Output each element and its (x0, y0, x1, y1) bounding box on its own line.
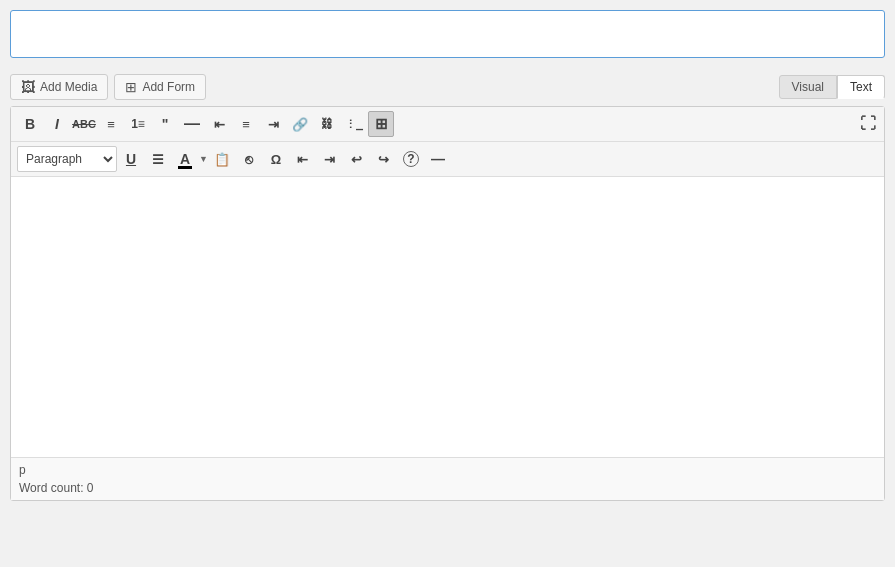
underline-button[interactable]: U (118, 146, 144, 172)
strikethrough-button[interactable]: ABC (71, 111, 97, 137)
media-bar: 🖼 Add Media ⊞ Add Form Visual Text (10, 68, 885, 106)
insert-link-button[interactable]: 🔗 (287, 111, 313, 137)
add-media-button[interactable]: 🖼 Add Media (10, 74, 108, 100)
word-count: Word count: 0 (19, 479, 876, 497)
editor-container: B I ABC ≡ 1≡ " — ⇤ ≡ (10, 106, 885, 501)
tab-visual[interactable]: Visual (779, 75, 837, 99)
paste-text-button[interactable]: 📋 (209, 146, 235, 172)
text-color-button[interactable]: A (172, 146, 198, 172)
indent-icon: ⇥ (324, 152, 335, 167)
horizontal-rule-button[interactable]: — (179, 111, 205, 137)
blockquote-icon: " (162, 116, 169, 132)
unlink-icon: ⛓ (321, 117, 333, 131)
underline-icon: U (126, 151, 136, 167)
add-form-icon: ⊞ (125, 79, 137, 95)
unordered-list-button[interactable]: ≡ (98, 111, 124, 137)
special-chars-icon: Ω (271, 152, 281, 167)
align-center-icon: ≡ (242, 117, 250, 132)
clear-format-button[interactable]: ⎋ (236, 146, 262, 172)
add-form-button[interactable]: ⊞ Add Form (114, 74, 206, 100)
strikethrough-icon: ABC (72, 118, 96, 130)
clear-format-icon: ⎋ (245, 152, 253, 167)
fullscreen-button[interactable]: ⛶ (858, 111, 878, 137)
italic-icon: I (55, 116, 59, 132)
bold-button[interactable]: B (17, 111, 43, 137)
tab-text[interactable]: Text (837, 75, 885, 99)
separator-icon: — (431, 151, 445, 167)
color-bar (178, 166, 192, 169)
text-color-icon: A (180, 151, 190, 167)
unlink-button[interactable]: ⛓ (314, 111, 340, 137)
insert-more-button[interactable]: ⋮⎯ (341, 111, 367, 137)
insert-more-icon: ⋮⎯ (345, 118, 363, 131)
outdent-icon: ⇤ (297, 152, 308, 167)
insert-link-icon: 🔗 (292, 117, 308, 132)
align-right-button[interactable]: ⇥ (260, 111, 286, 137)
help-icon: ? (403, 151, 419, 167)
help-button[interactable]: ? (398, 146, 424, 172)
special-chars-button[interactable]: Ω (263, 146, 289, 172)
separator-button[interactable]: — (425, 146, 451, 172)
italic-button[interactable]: I (44, 111, 70, 137)
align-right-icon: ⇥ (268, 117, 279, 132)
add-media-icon: 🖼 (21, 79, 35, 95)
redo-icon: ↪ (378, 152, 389, 167)
editor-path: p (19, 461, 876, 479)
fullscreen-icon: ⛶ (860, 115, 876, 133)
editor-wrapper: 🖼 Add Media ⊞ Add Form Visual Text B (10, 10, 885, 501)
indent-button[interactable]: ⇥ (317, 146, 343, 172)
justify-icon: ☰ (152, 152, 164, 167)
undo-button[interactable]: ↩ (344, 146, 370, 172)
toolbar-row1: B I ABC ≡ 1≡ " — ⇤ ≡ (11, 107, 884, 142)
media-bar-left: 🖼 Add Media ⊞ Add Form (10, 74, 206, 100)
tab-bar: Visual Text (779, 75, 885, 99)
title-input[interactable] (10, 10, 885, 58)
paste-text-icon: 📋 (214, 152, 230, 167)
align-left-icon: ⇤ (214, 117, 225, 132)
blockquote-button[interactable]: " (152, 111, 178, 137)
toolbar-row2: Paragraph Heading 1 Heading 2 Heading 3 … (11, 142, 884, 177)
redo-button[interactable]: ↪ (371, 146, 397, 172)
add-form-label: Add Form (142, 80, 195, 94)
undo-icon: ↩ (351, 152, 362, 167)
ordered-list-button[interactable]: 1≡ (125, 111, 151, 137)
unordered-list-icon: ≡ (107, 117, 115, 132)
paragraph-select[interactable]: Paragraph Heading 1 Heading 2 Heading 3 … (17, 146, 117, 172)
color-arrow: ▼ (199, 154, 208, 164)
align-center-button[interactable]: ≡ (233, 111, 259, 137)
justify-button[interactable]: ☰ (145, 146, 171, 172)
toggle-toolbar-icon: ⊞ (375, 115, 388, 133)
align-left-button[interactable]: ⇤ (206, 111, 232, 137)
editor-content[interactable] (11, 177, 884, 457)
toggle-toolbar-button[interactable]: ⊞ (368, 111, 394, 137)
add-media-label: Add Media (40, 80, 97, 94)
ordered-list-icon: 1≡ (131, 117, 145, 131)
bold-icon: B (25, 116, 35, 132)
editor-footer: p Word count: 0 (11, 457, 884, 500)
outdent-button[interactable]: ⇤ (290, 146, 316, 172)
horizontal-rule-icon: — (184, 115, 200, 133)
